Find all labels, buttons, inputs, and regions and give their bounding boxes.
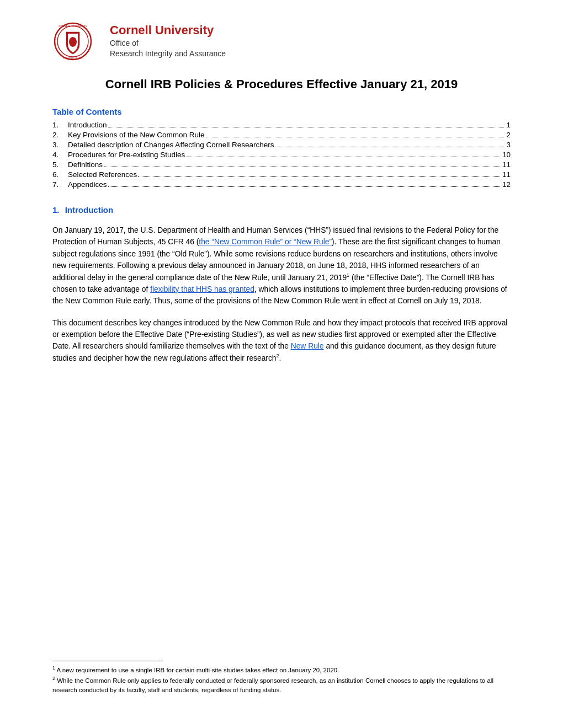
toc-item-num: 6. [52, 170, 68, 179]
section1-number: 1. [52, 205, 60, 215]
toc-list: 1. Introduction 1 2. Key Provisions of t… [52, 121, 511, 189]
svg-point-3 [70, 38, 73, 41]
university-name: Cornell University [110, 23, 226, 38]
toc-item-label: Detailed description of Changes Affectin… [68, 141, 274, 149]
toc-item-label: Appendices [68, 180, 107, 189]
toc-dots [275, 147, 504, 147]
toc-item-page: 12 [502, 180, 511, 189]
university-logo: CORNELL UNIVERSITY FOUNDED AD 1865 [52, 22, 102, 61]
document-title: Cornell IRB Policies & Procedures Effect… [52, 77, 511, 92]
toc-item-label: Definitions [68, 160, 103, 169]
toc-item-page: 1 [506, 121, 511, 129]
toc-item-num: 1. [52, 121, 68, 129]
toc-item-label: Key Provisions of the New Common Rule [68, 131, 205, 139]
new-rule-link[interactable]: New Rule [291, 342, 324, 350]
toc-item-page: 10 [502, 151, 511, 159]
toc-dots [186, 157, 500, 157]
page: CORNELL UNIVERSITY FOUNDED AD 1865 Corne… [0, 0, 563, 728]
toc-item-page: 2 [506, 131, 511, 139]
footnote1-text: A new requirement to use a single IRB fo… [57, 666, 339, 673]
svg-point-4 [73, 38, 76, 41]
section1-label: Introduction [65, 205, 113, 215]
toc-item-num: 5. [52, 160, 68, 169]
office-line2: Research Integrity and Assurance [110, 49, 226, 60]
footnote2: 2 While the Common Rule only applies to … [52, 675, 511, 695]
toc-item-num: 7. [52, 180, 68, 189]
toc-dots [108, 127, 504, 127]
para2-text-end: . [279, 354, 281, 362]
toc-item-num: 3. [52, 141, 68, 149]
toc-item: 1. Introduction 1 [52, 121, 511, 129]
footnote-section: 1 A new requirement to use a single IRB … [52, 661, 511, 695]
toc-item: 3. Detailed description of Changes Affec… [52, 141, 511, 149]
section1-heading: 1. Introduction [52, 205, 511, 215]
footnote1: 1 A new requirement to use a single IRB … [52, 665, 511, 675]
toc-dots [138, 176, 500, 177]
toc-item: 7. Appendices 12 [52, 180, 511, 189]
toc-item-page: 11 [502, 160, 511, 169]
header: CORNELL UNIVERSITY FOUNDED AD 1865 Corne… [52, 22, 511, 61]
toc-item-label: Introduction [68, 121, 107, 129]
footnote-divider [52, 661, 163, 661]
svg-text:FOUNDED AD 1865: FOUNDED AD 1865 [63, 57, 83, 60]
toc-item: 2. Key Provisions of the New Common Rule… [52, 131, 511, 139]
flexibility-link[interactable]: flexibility that HHS has granted [150, 285, 254, 293]
section1-para2: This document describes key changes intr… [52, 317, 511, 365]
toc-dots [104, 167, 500, 167]
seal-icon: CORNELL UNIVERSITY FOUNDED AD 1865 [52, 22, 97, 61]
toc-item-page: 3 [506, 141, 511, 149]
toc-dots [206, 137, 504, 137]
footnote2-sup: 2 [52, 676, 55, 681]
toc-dots [108, 186, 500, 187]
toc-item-label: Selected References [68, 170, 137, 179]
office-line1: Office of [110, 38, 226, 49]
toc-item-num: 2. [52, 131, 68, 139]
svg-text:CORNELL UNIVERSITY: CORNELL UNIVERSITY [59, 25, 87, 28]
toc-heading: Table of Contents [52, 107, 511, 116]
toc-item: 5. Definitions 11 [52, 160, 511, 169]
footnote2-text: While the Common Rule only applies to fe… [52, 677, 493, 693]
toc-item-page: 11 [502, 170, 511, 179]
toc-item: 4. Procedures for Pre-existing Studies 1… [52, 151, 511, 159]
section1-para1: On January 19, 2017, the U.S. Department… [52, 224, 511, 307]
footnote1-sup: 1 [52, 665, 55, 671]
toc-item: 6. Selected References 11 [52, 170, 511, 179]
toc-item-num: 4. [52, 151, 68, 159]
header-text-block: Cornell University Office of Research In… [110, 23, 226, 60]
new-common-rule-link[interactable]: the “New Common Rule” or “New Rule” [199, 238, 332, 246]
toc-item-label: Procedures for Pre-existing Studies [68, 151, 185, 159]
